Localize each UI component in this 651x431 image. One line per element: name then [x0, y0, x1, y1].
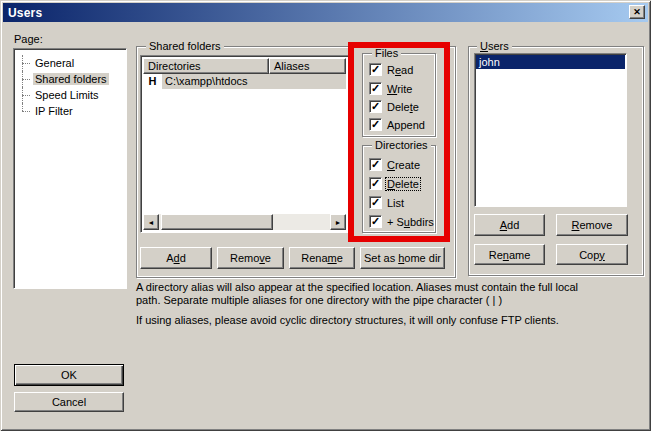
directories-group-title: Directories — [372, 139, 431, 151]
create-label: Create — [386, 159, 421, 171]
page-label: Page: — [14, 33, 43, 45]
close-icon[interactable]: ✕ — [629, 5, 645, 19]
window-title: Users — [3, 6, 42, 20]
write-checkbox[interactable] — [369, 82, 382, 95]
button-label: Cancel — [52, 396, 86, 408]
tree-item-speed-limits[interactable]: Speed Limits — [14, 87, 126, 103]
titlebar[interactable]: Users ✕ — [3, 3, 648, 22]
append-label: Append — [386, 119, 426, 131]
delete-dirs-label: Delete — [386, 178, 420, 190]
note-line: If using aliases, please avoid cyclic di… — [136, 314, 648, 327]
list-label: List — [386, 197, 405, 209]
write-label: Write — [386, 83, 413, 95]
directory-row[interactable]: H C:\xampp\htdocs — [143, 74, 346, 89]
checkbox-list[interactable]: List — [369, 196, 405, 209]
tree-item-label: Speed Limits — [33, 89, 101, 101]
tree-item-ip-filter[interactable]: IP Filter — [14, 103, 126, 119]
tree-item-label: Shared folders — [33, 73, 109, 85]
button-label: Remove — [572, 219, 613, 231]
checkbox-delete-dirs[interactable]: Delete — [369, 177, 420, 190]
checkbox-create[interactable]: Create — [369, 158, 421, 171]
page-tree[interactable]: General Shared folders Speed Limits IP F… — [13, 48, 127, 289]
append-checkbox[interactable] — [369, 118, 382, 131]
delete-files-checkbox[interactable] — [369, 100, 382, 113]
button-label: Add — [166, 252, 186, 264]
add-directory-button[interactable]: Add — [140, 247, 212, 269]
alias-help-text: A directory alias will also appear at th… — [136, 281, 648, 327]
column-header-aliases[interactable]: Aliases — [269, 58, 346, 74]
checkbox-write[interactable]: Write — [369, 82, 413, 95]
tree-item-shared-folders[interactable]: Shared folders — [14, 71, 126, 87]
users-dialog: Users ✕ Page: General Shared folders Spe… — [0, 0, 651, 431]
files-group-title: Files — [372, 47, 401, 59]
files-group: Read Write Delete Append — [362, 53, 436, 137]
ok-button[interactable]: OK — [14, 364, 124, 386]
note-line: A directory alias will also appear at th… — [136, 281, 648, 294]
create-checkbox[interactable] — [369, 158, 382, 171]
button-label: Set as home dir — [364, 252, 441, 264]
scroll-left-glyph: ◄ — [148, 219, 155, 226]
scroll-right-icon[interactable]: ► — [330, 214, 346, 230]
remove-user-button[interactable]: Remove — [556, 214, 628, 236]
users-group-title: Users — [477, 40, 512, 52]
set-as-home-dir-button[interactable]: Set as home dir — [360, 247, 445, 269]
remove-directory-button[interactable]: Remove — [217, 247, 284, 269]
scrollbar-thumb[interactable] — [161, 214, 273, 230]
directory-path: C:\xampp\htdocs — [162, 74, 346, 89]
checkbox-delete-files[interactable]: Delete — [369, 100, 420, 113]
button-label: Add — [500, 219, 520, 231]
read-label: Read — [386, 64, 414, 76]
add-user-button[interactable]: Add — [474, 214, 545, 236]
button-label: Rename — [301, 252, 343, 264]
button-label: Remove — [230, 252, 271, 264]
directories-permissions-group: Create Delete List + Subdirs — [362, 145, 436, 233]
scroll-left-icon[interactable]: ◄ — [143, 214, 159, 230]
rename-directory-button[interactable]: Rename — [289, 247, 355, 269]
cancel-button[interactable]: Cancel — [14, 392, 124, 412]
tree-item-general[interactable]: General — [14, 55, 126, 71]
directories-list-header: Directories Aliases — [143, 58, 346, 74]
delete-dirs-checkbox[interactable] — [369, 177, 382, 190]
user-row-john[interactable]: john — [476, 55, 625, 69]
scroll-right-glyph: ► — [335, 219, 342, 226]
list-checkbox[interactable] — [369, 196, 382, 209]
shared-folders-group-title: Shared folders — [146, 40, 224, 52]
users-list[interactable]: john — [474, 53, 627, 207]
column-header-directories[interactable]: Directories — [143, 58, 269, 74]
checkbox-append[interactable]: Append — [369, 118, 426, 131]
home-flag: H — [143, 74, 162, 89]
checkbox-read[interactable]: Read — [369, 63, 414, 76]
read-checkbox[interactable] — [369, 63, 382, 76]
horizontal-scrollbar[interactable]: ◄ ► — [143, 214, 346, 230]
button-label: Rename — [489, 249, 531, 261]
button-label: Copy — [579, 249, 605, 261]
note-line: path. Separate multiple aliases for one … — [136, 294, 648, 307]
copy-user-button[interactable]: Copy — [556, 244, 628, 265]
delete-files-label: Delete — [386, 101, 420, 113]
tree-item-label: General — [33, 57, 76, 69]
user-name: john — [479, 56, 500, 68]
close-glyph: ✕ — [633, 8, 641, 17]
checkbox-subdirs[interactable]: + Subdirs — [369, 215, 435, 228]
rename-user-button[interactable]: Rename — [474, 244, 545, 265]
subdirs-label: + Subdirs — [386, 216, 435, 228]
button-label: OK — [61, 369, 77, 381]
directories-list[interactable]: Directories Aliases H C:\xampp\htdocs ◄ … — [140, 55, 349, 233]
tree-item-label: IP Filter — [33, 105, 75, 117]
subdirs-checkbox[interactable] — [369, 215, 382, 228]
